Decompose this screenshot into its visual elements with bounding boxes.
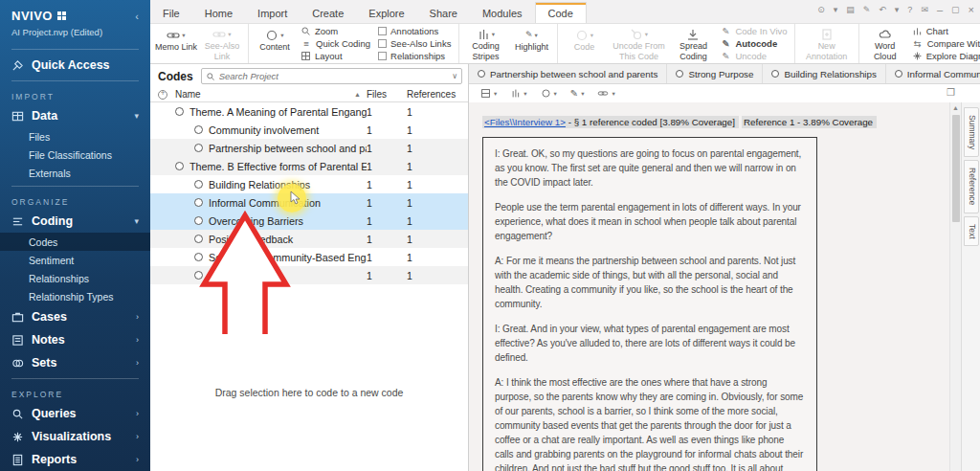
tab-modules[interactable]: Modules — [470, 3, 535, 23]
tab-home[interactable]: Home — [192, 3, 245, 23]
column-references[interactable]: References — [407, 89, 468, 100]
sidebar-item-codes[interactable]: Codes — [0, 233, 150, 251]
code-row-strong-purpose[interactable]: Strong Purpose 11 — [150, 266, 468, 284]
sidebar-item-queries[interactable]: Queries› — [0, 402, 150, 425]
search-input[interactable] — [219, 71, 448, 81]
close-icon[interactable]: × — [969, 4, 974, 15]
code-row-social-community[interactable]: Social and Community-Based Engagement 11 — [150, 248, 468, 266]
annotations-checkbox[interactable]: Annotations — [378, 26, 451, 36]
sidebar-item-coding[interactable]: Coding▾ — [0, 210, 150, 233]
code-in-vivo-button[interactable]: ✎Code In Vivo — [720, 26, 787, 36]
save-icon[interactable]: ▤ — [846, 5, 855, 14]
word-cloud-button[interactable]: Word Cloud — [863, 26, 907, 61]
layout-grid-icon — [301, 51, 311, 61]
document-content[interactable]: <Files\\Interview 1> - § 1 reference cod… — [469, 102, 949, 471]
doc-tab-building-relationships[interactable]: Building Relationships — [763, 64, 885, 83]
code-row-building-relationships[interactable]: Building Relationships 11 — [150, 175, 468, 193]
code-row-community-involvement[interactable]: Community involvement 11 — [150, 121, 468, 139]
sidebar-collapse-icon[interactable]: ‹ — [135, 11, 139, 22]
tab-import[interactable]: Import — [245, 3, 300, 23]
autocode-button[interactable]: ✎Autocode — [720, 38, 787, 49]
code-row-overcoming-barriers[interactable]: Overcoming Barriers 11 — [150, 212, 468, 230]
code-button[interactable]: ▾ Code — [562, 26, 606, 61]
column-files[interactable]: Files — [367, 89, 407, 100]
coding-stripes-button[interactable]: ▾ Coding Stripes — [463, 26, 507, 61]
sidebar-item-files[interactable]: Files — [0, 127, 150, 146]
tab-code[interactable]: Code — [535, 2, 587, 23]
compare-with-button[interactable]: ⇆Compare With — [912, 38, 980, 49]
content-button[interactable]: ▾ Content — [253, 26, 297, 61]
quick-coding-button[interactable]: ≡Quick Coding — [301, 38, 370, 49]
sidebar-item-file-classifications[interactable]: File Classifications — [0, 146, 150, 164]
doc-tab-strong-purpose[interactable]: Strong Purpose — [667, 64, 763, 83]
sidebar-item-data[interactable]: Data▾ — [0, 104, 150, 127]
uncode-from-this-code-button[interactable]: ▾ Uncode From This Code — [608, 26, 669, 61]
relationships-checkbox[interactable]: Relationships — [378, 51, 451, 61]
coded-text-region[interactable]: I: Great. OK, so my questions are going … — [482, 137, 817, 471]
undo-history-icon[interactable]: ⊙ — [817, 5, 825, 14]
search-box[interactable]: ∨ — [201, 68, 462, 84]
highlight-tool[interactable]: ✎▾ — [570, 88, 585, 99]
paragraph: A: For me it means the partnership betwe… — [495, 254, 805, 311]
doc-tab-partnership[interactable]: Partnership between school and parents — [469, 64, 667, 83]
file-link[interactable]: <Files\\Interview 1> — [484, 117, 566, 127]
redo-icon[interactable]: ▾ — [895, 5, 900, 14]
view-layout-tool[interactable]: ▾ — [480, 88, 497, 99]
code-ring-tool[interactable]: ▾ — [541, 88, 557, 99]
search-options-icon[interactable]: ∨ — [452, 72, 457, 80]
sidebar-item-sentiment[interactable]: Sentiment — [0, 251, 150, 269]
undock-panel-icon[interactable]: ❐ — [947, 87, 955, 98]
dropdown-icon[interactable]: ▾ — [834, 5, 838, 14]
scrollbar-thumb[interactable] — [952, 115, 960, 222]
sidebar-item-visualizations[interactable]: Visualizations› — [0, 425, 150, 448]
spread-coding-button[interactable]: Spread Coding — [671, 26, 715, 61]
see-also-link-button[interactable]: ▾ See-Also Link — [200, 26, 244, 61]
side-tab-text[interactable]: Text — [964, 216, 979, 247]
highlight-button[interactable]: ✎▾ Highlight — [509, 26, 553, 61]
code-row-informal-communication[interactable]: Informal Communication 11 — [150, 193, 468, 212]
ribbon-collapse-icon[interactable]: ˄ — [969, 52, 974, 61]
new-annotation-button[interactable]: New Annotation — [799, 26, 855, 61]
sidebar-item-cases[interactable]: Cases› — [0, 305, 150, 328]
layout-button[interactable]: Layout — [301, 51, 370, 61]
help-icon[interactable]: ? — [907, 5, 912, 14]
pen-icon: ✎ — [720, 26, 731, 36]
uncode-button[interactable]: ✎Uncode — [720, 51, 787, 61]
document-scrollbar[interactable]: ▲ — [949, 102, 961, 471]
minimize-icon[interactable]: – — [937, 4, 943, 15]
code-row-theme-a[interactable]: Theme. A Meaning of Parental Engangement… — [150, 102, 468, 121]
code-row-partnership[interactable]: Partnership between school and parents 1… — [150, 139, 468, 157]
sidebar-item-relationship-types[interactable]: Relationship Types — [0, 287, 150, 305]
coding-stripes-tool[interactable]: ▾ — [510, 88, 526, 99]
sidebar-item-notes[interactable]: Notes› — [0, 328, 150, 351]
feedback-icon[interactable]: ✉ — [921, 5, 928, 14]
doc-tab-informal-communication[interactable]: Informal Communication — [886, 64, 980, 83]
tab-create[interactable]: Create — [300, 3, 356, 23]
pin-icon — [11, 59, 24, 72]
chart-button[interactable]: Chart — [912, 26, 980, 36]
column-name[interactable]: Name — [175, 89, 201, 100]
column-selector-icon[interactable] — [158, 90, 167, 100]
code-row-theme-b[interactable]: Theme. B Effective forms of Parental Eng… — [150, 157, 468, 175]
tab-share[interactable]: Share — [417, 3, 470, 23]
sidebar-item-reports[interactable]: Reports› — [0, 448, 150, 471]
see-also-links-checkbox[interactable]: See-Also Links — [378, 38, 451, 49]
memo-link-button[interactable]: ▾ Memo Link — [154, 26, 198, 61]
sidebar-item-externals[interactable]: Externals — [0, 164, 150, 182]
zoom-button[interactable]: Zoom — [301, 26, 370, 36]
code-row-positive-feedback[interactable]: Positive Feedback 11 — [150, 230, 468, 248]
sidebar-item-relationships[interactable]: Relationships — [0, 269, 150, 287]
scroll-up-icon[interactable]: ▲ — [950, 102, 961, 111]
side-tab-reference[interactable]: Reference — [964, 160, 979, 213]
list-column-header[interactable]: Name▲ Files References — [150, 87, 468, 102]
chevron-right-icon: › — [136, 409, 139, 418]
side-tab-summary[interactable]: Summary — [964, 107, 979, 157]
tab-explore[interactable]: Explore — [356, 3, 416, 23]
tab-file[interactable]: File — [150, 3, 192, 23]
sidebar-item-sets[interactable]: Sets› — [0, 351, 150, 374]
pen-icon[interactable]: ✎ — [863, 5, 871, 14]
links-tool[interactable]: ▾ — [597, 88, 614, 99]
sidebar-item-quick-access[interactable]: Quick Access — [0, 54, 150, 77]
undo-icon[interactable]: ↶ — [879, 5, 886, 14]
restore-icon[interactable]: ▢ — [951, 5, 960, 14]
